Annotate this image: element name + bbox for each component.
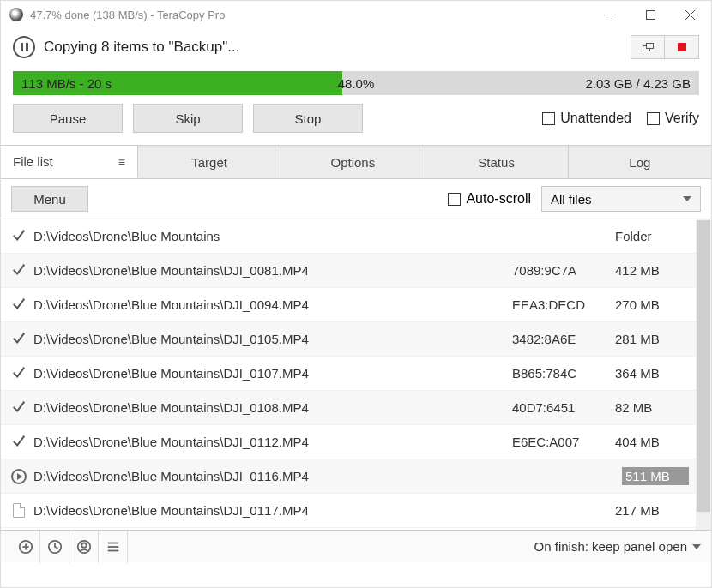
svg-rect-5: [646, 43, 653, 48]
file-path: D:\Videos\Drone\Blue Mountains\DJI_0116.…: [33, 469, 519, 483]
file-path: D:\Videos\Drone\Blue Mountains\DJI_0112.…: [33, 435, 512, 449]
file-size: 412 MB: [615, 263, 689, 278]
file-crc: 3482:8A6E: [512, 332, 615, 346]
check-icon: [11, 330, 27, 348]
file-list: D:\Videos\Drone\Blue MountainsFolderD:\V…: [1, 219, 711, 530]
tab-status[interactable]: Status: [425, 146, 569, 178]
progress-bytes: 2.03 GB / 4.23 GB: [585, 76, 691, 91]
minimize-button[interactable]: [591, 1, 631, 28]
file-row[interactable]: D:\Videos\Drone\Blue Mountains\DJI_0094.…: [1, 288, 711, 322]
file-path: D:\Videos\Drone\Blue Mountains\DJI_0094.…: [33, 297, 512, 312]
check-icon: [11, 227, 27, 245]
file-icon: [13, 503, 25, 518]
file-size: 217 MB: [615, 503, 689, 518]
svg-point-11: [81, 543, 86, 547]
verify-checkbox[interactable]: Verify: [647, 111, 699, 126]
file-size: 404 MB: [615, 435, 689, 449]
pause-button[interactable]: Pause: [13, 104, 123, 133]
windows-icon: [643, 43, 654, 52]
tab-bar: File list≡ Target Options Status Log: [1, 145, 711, 179]
file-crc: B865:784C: [512, 366, 615, 381]
app-icon: [9, 8, 23, 21]
pause-icon[interactable]: [13, 36, 35, 58]
skip-button[interactable]: Skip: [133, 104, 243, 133]
tab-options[interactable]: Options: [281, 146, 425, 178]
file-size: Folder: [615, 229, 689, 243]
title-bar: 47.7% done (138 MB/s) - TeraCopy Pro: [1, 1, 711, 28]
close-button[interactable]: [670, 1, 709, 28]
check-icon: [11, 364, 27, 382]
maximize-button[interactable]: [631, 1, 670, 28]
unattended-checkbox[interactable]: Unattended: [542, 111, 631, 126]
user-button[interactable]: [69, 531, 99, 563]
check-icon: [11, 261, 27, 279]
file-crc: 40D7:6451: [512, 400, 615, 415]
stop-button[interactable]: Stop: [253, 104, 363, 133]
add-button[interactable]: [11, 531, 40, 563]
file-crc: EEA3:DECD: [512, 297, 615, 312]
file-crc: 7089:9C7A: [512, 263, 615, 278]
progress-speed-eta: 113 MB/s - 20 s: [21, 76, 112, 91]
stop-recording-button[interactable]: [665, 35, 699, 59]
file-size: 511 MB: [622, 467, 689, 485]
file-row[interactable]: D:\Videos\Drone\Blue Mountains\DJI_0117.…: [1, 494, 711, 528]
file-path: D:\Videos\Drone\Blue Mountains\DJI_0117.…: [33, 503, 512, 518]
window-title: 47.7% done (138 MB/s) - TeraCopy Pro: [30, 9, 591, 21]
file-row[interactable]: D:\Videos\Drone\Blue Mountains\DJI_0108.…: [1, 391, 711, 425]
check-icon: [11, 296, 27, 314]
file-size: 281 MB: [615, 332, 689, 346]
menu-icon-button[interactable]: [99, 531, 128, 563]
file-path: D:\Videos\Drone\Blue Mountains\DJI_0081.…: [33, 263, 512, 278]
file-path: D:\Videos\Drone\Blue Mountains\DJI_0105.…: [33, 332, 512, 346]
file-size: 82 MB: [615, 400, 689, 415]
play-icon: [11, 469, 27, 484]
file-row[interactable]: D:\Videos\Drone\Blue Mountains\DJI_0112.…: [1, 425, 711, 459]
progress-percent: 48.0%: [338, 76, 375, 91]
chevron-down-icon: [683, 196, 691, 201]
check-icon: [11, 399, 27, 417]
history-button[interactable]: [40, 531, 69, 563]
svg-rect-1: [646, 10, 655, 19]
file-row[interactable]: D:\Videos\Drone\Blue Mountains\DJI_0107.…: [1, 357, 711, 391]
window-mode-button[interactable]: [631, 35, 665, 59]
filter-dropdown[interactable]: All files: [541, 186, 701, 212]
progress-bar: 113 MB/s - 20 s 48.0% 2.03 GB / 4.23 GB: [13, 71, 699, 95]
file-size: 364 MB: [615, 366, 689, 381]
file-row[interactable]: D:\Videos\Drone\Blue Mountains\DJI_0116.…: [1, 459, 711, 494]
autoscroll-checkbox[interactable]: Auto-scroll: [448, 191, 531, 207]
tab-log[interactable]: Log: [569, 146, 711, 178]
file-row[interactable]: D:\Videos\Drone\Blue MountainsFolder: [1, 219, 711, 254]
footer: On finish: keep panel open: [1, 530, 711, 562]
red-square-icon: [678, 43, 686, 51]
chevron-down-icon: [692, 544, 701, 549]
file-row[interactable]: D:\Videos\Drone\Blue Mountains\DJI_0105.…: [1, 322, 711, 357]
scrollbar[interactable]: [696, 219, 711, 530]
check-icon: [11, 433, 27, 451]
status-text: Copying 8 items to "Backup"...: [44, 39, 631, 56]
hamburger-icon: ≡: [118, 155, 125, 169]
on-finish-dropdown[interactable]: On finish: keep panel open: [534, 539, 701, 554]
scrollbar-thumb[interactable]: [697, 220, 710, 512]
file-path: D:\Videos\Drone\Blue Mountains: [33, 229, 512, 243]
file-path: D:\Videos\Drone\Blue Mountains\DJI_0108.…: [33, 400, 512, 415]
file-path: D:\Videos\Drone\Blue Mountains\DJI_0107.…: [33, 366, 512, 381]
tab-target[interactable]: Target: [138, 146, 281, 178]
menu-button[interactable]: Menu: [11, 186, 88, 212]
tab-file-list[interactable]: File list≡: [1, 146, 138, 178]
file-row[interactable]: D:\Videos\Drone\Blue Mountains\DJI_0081.…: [1, 254, 711, 288]
file-crc: E6EC:A007: [512, 435, 615, 449]
file-size: 270 MB: [615, 297, 689, 312]
